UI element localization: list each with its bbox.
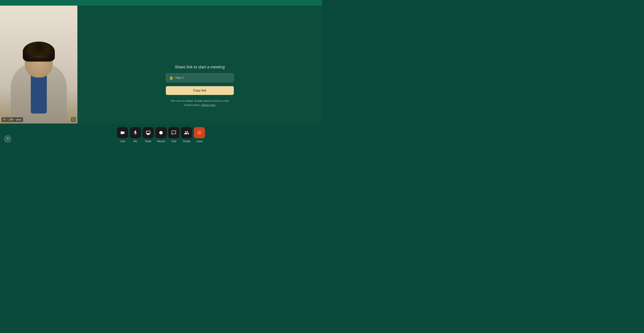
expand-video-button[interactable] [71,117,76,122]
figure-shirt [31,73,47,113]
top-bar [0,0,322,5]
toolbar-item-cam: Cam [117,127,128,143]
people-button[interactable] [181,127,192,138]
participant-name-label: 井ノ上陽一 (you) [2,117,23,122]
unlock-room-link[interactable]: Unlock room [201,103,216,106]
toolbar-item-leave: Leave [194,127,205,143]
share-link-container: 🔒 [166,73,234,82]
figure-glasses [29,56,49,60]
help-button[interactable]: ? [4,135,11,142]
wave-hand-icon [197,130,202,135]
video-feed [0,5,78,123]
figure-head [25,45,53,77]
video-panel: 井ノ上陽一 (you) [0,5,78,123]
leave-label: Leave [196,140,203,143]
toolbar-item-record: Record [156,127,166,143]
toolbar-item-people: People [181,127,192,143]
toolbar-item-mic: Mic [130,127,141,143]
share-label: Share [145,140,152,143]
chat-button[interactable] [168,127,180,138]
record-button[interactable] [156,127,166,138]
camera-icon [120,130,125,135]
toolbar-item-chat: Chat [168,127,180,143]
copy-link-button[interactable]: Copy link [166,86,234,95]
bottom-bar: ? Cam Mic Share [0,123,322,166]
toolbar-item-share: Share [142,127,154,143]
people-icon [184,130,189,135]
people-label: People [183,140,190,143]
leave-button[interactable] [194,127,205,138]
share-screen-icon [146,130,151,135]
mic-label: Mic [134,140,138,143]
cam-button[interactable] [117,127,128,138]
share-button[interactable] [142,127,154,138]
cam-label: Cam [120,140,125,143]
toolbar: Cam Mic Share Record [117,127,205,143]
share-url-input[interactable] [176,76,230,79]
mic-button[interactable] [130,127,141,138]
room-locked-text: This room is locked. Guests need to knoc… [168,99,232,107]
chat-label: Chat [171,140,176,143]
microphone-icon [133,130,138,135]
record-icon [158,130,164,135]
chat-icon [171,130,176,135]
svg-point-0 [159,131,162,134]
video-person-figure [9,33,69,123]
lock-icon: 🔒 [169,75,174,80]
record-label: Record [157,140,165,143]
share-title: Share link to start a meeting [175,65,224,69]
